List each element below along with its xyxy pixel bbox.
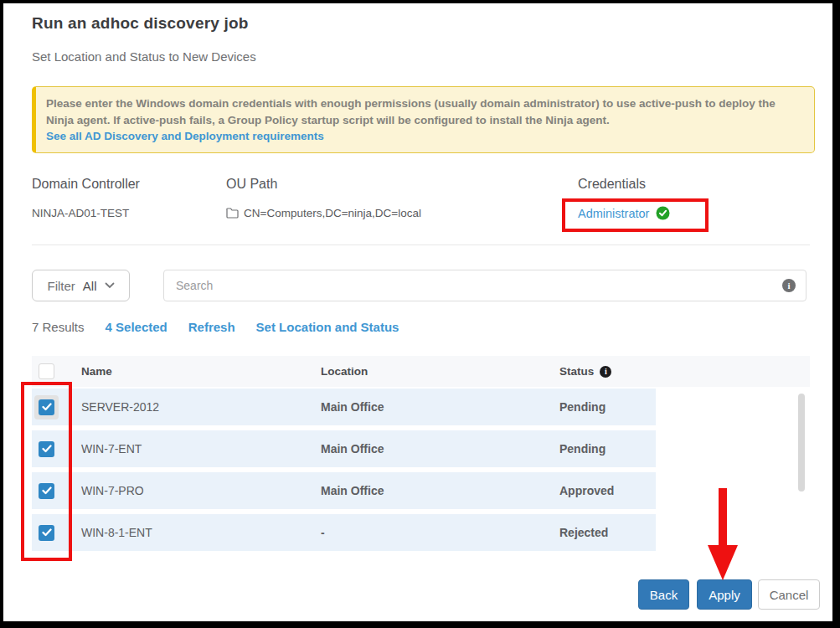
credentials-warning-alert: Please enter the Windows domain credenti… [32,86,815,153]
row-checkbox[interactable] [39,483,54,499]
table-row[interactable]: WIN-7-PRO Main Office Approved [32,472,656,509]
device-status: Approved [559,484,656,497]
dialog-run-adhoc-discovery: Run an adhoc discovery job Set Location … [0,0,840,628]
select-all-cell [32,363,81,379]
column-header-location: Location [321,365,559,378]
check-circle-icon [656,206,670,220]
row-checkbox[interactable] [39,441,54,457]
row-checkbox[interactable] [39,525,54,541]
domain-controller-label: Domain Controller [32,177,140,192]
ou-path-text: CN=Computers,DC=ninja,DC=local [244,207,421,219]
column-header-status: Status i [559,365,810,378]
chevron-down-icon [105,282,115,289]
row-checkbox-cell [32,395,81,420]
section-divider [32,245,810,245]
row-checkbox-cell [32,483,81,499]
table-row[interactable]: WIN-8-1-ENT - Rejected [32,514,656,551]
page-title: Run an adhoc discovery job [32,14,249,33]
credentials-value-row: Administrator [578,206,670,220]
ou-path-value-row: CN=Computers,DC=ninja,DC=local [226,207,421,219]
row-checkbox[interactable] [39,399,54,415]
annotation-arrow-shaft [719,488,727,546]
row-checkbox-cell [32,441,81,457]
device-name: SERVER-2012 [81,400,321,414]
search-input[interactable] [163,270,807,301]
credentials-label: Credentials [578,177,646,192]
set-location-status-link[interactable]: Set Location and Status [256,320,399,334]
row-checkbox-cell [32,525,81,541]
device-status: Pending [559,400,656,414]
domain-controller-value: NINJA-AD01-TEST [32,207,129,219]
select-all-checkbox[interactable] [39,363,54,379]
filter-label: Filter [47,279,75,293]
annotation-arrow-head [708,545,738,580]
cancel-button[interactable]: Cancel [758,579,820,610]
status-info-icon[interactable]: i [600,366,611,378]
device-location: Main Office [321,484,559,497]
ad-discovery-requirements-link[interactable]: See all AD Discovery and Deployment requ… [46,130,324,142]
device-location: Main Office [321,400,559,414]
refresh-link[interactable]: Refresh [188,320,235,334]
filter-selected-value: All [83,279,97,293]
table-row[interactable]: WIN-7-ENT Main Office Pending [32,430,656,467]
search-field-wrap: i [163,270,807,301]
device-name: WIN-7-ENT [81,442,321,456]
ou-path-label: OU Path [226,177,277,192]
device-status: Rejected [559,526,656,539]
back-button[interactable]: Back [638,579,689,610]
credentials-link[interactable]: Administrator [578,207,649,220]
column-header-name: Name [81,365,321,378]
search-info-icon[interactable]: i [782,279,796,292]
device-name: WIN-7-PRO [81,484,321,497]
vertical-scrollbar-thumb[interactable] [798,394,805,492]
checkbox-focus-halo [34,395,59,420]
table-row[interactable]: SERVER-2012 Main Office Pending [32,389,656,425]
results-count: 7 Results [32,320,85,334]
filter-dropdown[interactable]: Filter All [32,270,130,301]
device-location: - [321,526,559,539]
device-name: WIN-8-1-ENT [81,526,321,539]
results-summary-bar: 7 Results 4 Selected Refresh Set Locatio… [32,320,399,334]
alert-text: Please enter the Windows domain credenti… [46,95,802,128]
page-subtitle: Set Location and Status to New Devices [32,49,256,64]
device-location: Main Office [321,442,559,456]
table-header-row: Name Location Status i [32,356,810,387]
selected-count-link[interactable]: 4 Selected [106,320,167,334]
device-status: Pending [559,442,656,456]
folder-icon [226,208,239,219]
apply-button[interactable]: Apply [697,579,752,610]
